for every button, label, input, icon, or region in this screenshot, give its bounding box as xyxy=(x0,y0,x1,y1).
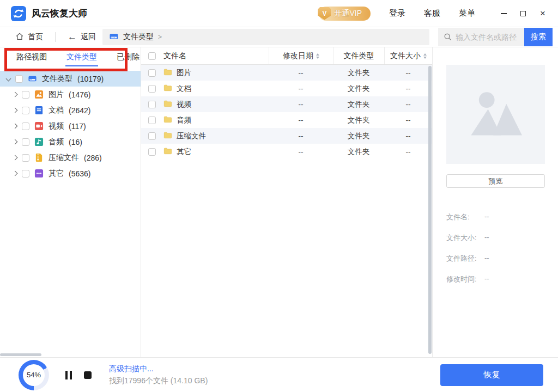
tree-item-file-type-root[interactable]: 文件类型 (10179) xyxy=(0,71,141,87)
table-row-videos[interactable]: 视频 -- 文件夹 -- xyxy=(141,96,432,112)
tree-checkbox[interactable] xyxy=(22,122,29,130)
archive-icon xyxy=(34,153,44,162)
file-info-label: 文件大小: xyxy=(446,233,484,243)
table-row-documents[interactable]: 文档 -- 文件夹 -- xyxy=(141,81,432,96)
tab-path-view[interactable]: 路径视图 xyxy=(15,52,48,66)
row-checkbox[interactable] xyxy=(148,132,156,140)
row-checkbox[interactable] xyxy=(148,101,156,108)
table-row-audio[interactable]: 音频 -- 文件夹 -- xyxy=(141,112,432,128)
file-name: 其它 xyxy=(177,147,191,157)
main-content: 路径视图 文件类型 已删除 文件类型 xyxy=(0,47,558,357)
tree-item-images[interactable]: 图片 (1476) xyxy=(0,87,141,102)
tree-checkbox[interactable] xyxy=(22,91,29,99)
file-name: 文档 xyxy=(177,84,191,94)
document-icon xyxy=(34,106,44,115)
folder-icon xyxy=(163,115,172,125)
file-size: -- xyxy=(384,69,432,77)
toolbar-divider xyxy=(55,32,56,42)
column-header-filename[interactable]: 文件名 xyxy=(163,47,269,64)
folder-icon xyxy=(163,83,172,94)
row-checkbox[interactable] xyxy=(148,148,156,156)
breadcrumb[interactable]: 文件类型 > xyxy=(102,29,429,45)
chevron-right-icon[interactable] xyxy=(13,139,18,145)
column-header-date[interactable]: 修改日期 xyxy=(269,47,333,64)
back-button[interactable]: ← 返回 xyxy=(68,32,96,42)
image-placeholder-icon xyxy=(463,82,529,147)
tree-item-videos[interactable]: 视频 (117) xyxy=(0,118,141,134)
tree-checkbox[interactable] xyxy=(22,154,29,162)
tab-file-type[interactable]: 文件类型 xyxy=(65,52,98,66)
scan-progress-percent: 54% xyxy=(27,371,41,379)
file-info-row: 文件名: -- xyxy=(446,212,544,222)
chevron-right-icon[interactable] xyxy=(13,108,18,113)
minimize-button[interactable] xyxy=(496,6,511,21)
tree-item-label: 其它 xyxy=(48,169,64,179)
file-info-row: 修改时间: -- xyxy=(446,274,544,284)
file-table: 文件名 修改日期 文件类型 文件大小 xyxy=(141,47,432,357)
tree-checkbox[interactable] xyxy=(22,107,29,114)
support-button[interactable]: 客服 xyxy=(424,8,440,19)
menu-button[interactable]: 菜单 xyxy=(459,8,475,19)
titlebar: 风云恢复大师 V 开通VIP 登录 客服 菜单 × xyxy=(0,0,558,27)
back-button-label: 返回 xyxy=(81,32,96,42)
folder-icon xyxy=(163,146,172,157)
chevron-right-icon[interactable] xyxy=(13,92,18,97)
window-controls: × xyxy=(492,6,550,21)
pause-scan-button[interactable] xyxy=(63,369,74,382)
tree-item-audio[interactable]: 音频 (16) xyxy=(0,134,141,150)
table-header: 文件名 修改日期 文件类型 文件大小 xyxy=(141,47,432,65)
stop-scan-button[interactable] xyxy=(82,369,94,381)
column-header-size[interactable]: 文件大小 xyxy=(384,47,432,64)
tree-checkbox[interactable] xyxy=(15,75,23,83)
maximize-button[interactable] xyxy=(515,6,531,21)
file-info-value: -- xyxy=(484,274,489,284)
search-icon xyxy=(444,33,452,41)
file-name: 压缩文件 xyxy=(177,131,206,141)
select-all-checkbox[interactable] xyxy=(148,52,156,60)
tree-item-count: (5636) xyxy=(69,169,90,178)
column-header-type[interactable]: 文件类型 xyxy=(333,47,384,64)
file-size: -- xyxy=(384,148,432,156)
tab-deleted[interactable]: 已删除 xyxy=(116,52,141,66)
table-row-archives[interactable]: 压缩文件 -- 文件夹 -- xyxy=(141,128,432,144)
file-type: 文件夹 xyxy=(333,147,384,157)
vertical-scrollbar[interactable] xyxy=(428,66,432,354)
chevron-right-icon[interactable] xyxy=(13,155,18,161)
horizontal-scrollbar[interactable] xyxy=(0,353,41,356)
close-button[interactable]: × xyxy=(535,6,550,21)
minimize-icon xyxy=(501,13,507,14)
chevron-right-icon[interactable] xyxy=(13,124,18,129)
recover-button[interactable]: 恢复 xyxy=(440,364,543,386)
file-size: -- xyxy=(384,116,432,124)
file-info-value: -- xyxy=(484,212,489,222)
sidebar-tabs: 路径视图 文件类型 已删除 xyxy=(0,47,141,71)
search-input[interactable] xyxy=(456,33,524,41)
tree-item-documents[interactable]: 文档 (2642) xyxy=(0,102,141,118)
sort-icon[interactable] xyxy=(423,53,427,59)
home-button[interactable]: 首页 xyxy=(15,32,43,42)
login-button[interactable]: 登录 xyxy=(389,8,405,19)
row-checkbox[interactable] xyxy=(148,85,156,93)
vip-button[interactable]: V 开通VIP xyxy=(319,7,371,21)
preview-button[interactable]: 预览 xyxy=(446,174,545,188)
tree-item-archives[interactable]: 压缩文件 (286) xyxy=(0,150,141,166)
tree-item-other[interactable]: 其它 (5636) xyxy=(0,166,141,181)
search-button[interactable]: 搜索 xyxy=(524,28,553,46)
breadcrumb-item[interactable]: 文件类型 xyxy=(123,32,154,42)
file-date: -- xyxy=(269,69,333,77)
tree-item-label: 压缩文件 xyxy=(48,153,79,163)
file-size: -- xyxy=(384,84,432,93)
chevron-down-icon[interactable] xyxy=(6,76,11,82)
tree-checkbox[interactable] xyxy=(22,170,29,177)
table-row-images[interactable]: 图片 -- 文件夹 -- xyxy=(141,65,432,81)
row-checkbox[interactable] xyxy=(148,69,156,77)
sort-icon[interactable] xyxy=(316,53,319,59)
column-header-label: 文件名 xyxy=(163,51,186,61)
table-row-other[interactable]: 其它 -- 文件夹 -- xyxy=(141,144,432,160)
preview-panel: 预览 文件名: -- 文件大小: -- 文件路径: -- 修改时间: -- xyxy=(432,47,558,357)
file-info: 文件名: -- 文件大小: -- 文件路径: -- 修改时间: -- xyxy=(446,212,544,284)
row-checkbox[interactable] xyxy=(148,117,156,124)
file-info-row: 文件大小: -- xyxy=(446,233,544,243)
tree-checkbox[interactable] xyxy=(22,138,29,146)
chevron-right-icon[interactable] xyxy=(13,171,18,176)
